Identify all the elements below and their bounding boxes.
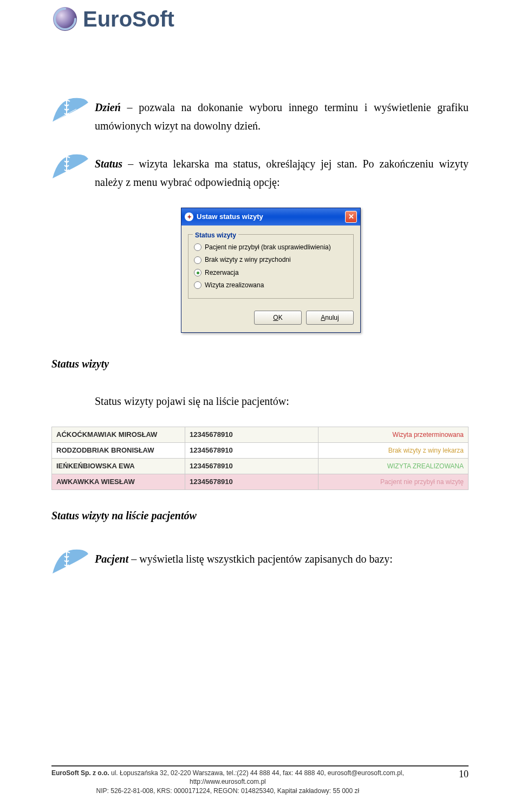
radio-option[interactable]: Pacjent nie przybył (brak usprawiedliwie… bbox=[194, 242, 348, 253]
table-row: AĆKOĆKMAWIAK MIROSŁAW12345678910Wizyta p… bbox=[52, 427, 469, 443]
patient-status: Brak wizyty z winy lekarza bbox=[318, 443, 469, 459]
patient-pesel: 12345678910 bbox=[185, 427, 318, 443]
patient-status: Wizyta przeterminowana bbox=[318, 427, 469, 443]
cancel-button[interactable]: Anuluj bbox=[306, 311, 354, 325]
brand-name: EuroSoft bbox=[83, 7, 174, 31]
radio-label: Wizyta zrealizowana bbox=[205, 280, 264, 291]
patient-name: AĆKOĆKMAWIAK MIROSŁAW bbox=[52, 427, 185, 443]
patient-pesel: 12345678910 bbox=[185, 474, 318, 490]
term-status: Status bbox=[95, 158, 122, 170]
paragraph-status: Status – wizyta lekarska ma status, okre… bbox=[51, 151, 469, 191]
footer-url: http://www.eurosoft.com.pl bbox=[51, 777, 404, 787]
patient-status: Pacjent nie przybył na wizytę bbox=[318, 474, 469, 490]
radio-label: Rezerwacja bbox=[205, 267, 239, 278]
svg-point-0 bbox=[53, 7, 77, 31]
brand-logo: EuroSoft bbox=[51, 5, 469, 33]
table-row: AWKAWKKA WIESŁAW12345678910Pacjent nie p… bbox=[52, 474, 469, 490]
patient-name: RODZODBRIAK BRONISŁAW bbox=[52, 443, 185, 459]
radio-label: Pacjent nie przybył (brak usprawiedliwie… bbox=[205, 242, 331, 253]
status-dialog: ✦ Ustaw status wizyty ✕ Status wizyty Pa… bbox=[181, 208, 361, 333]
page-header: EuroSoft bbox=[51, 0, 469, 49]
radio-icon[interactable] bbox=[194, 256, 202, 264]
patient-pesel: 12345678910 bbox=[185, 443, 318, 459]
paragraph-dzien-text: Dzień – pozwala na dokonanie wyboru inne… bbox=[95, 95, 469, 135]
page-footer: EuroSoft Sp. z o.o. ul. Łopuszańska 32, … bbox=[51, 765, 469, 796]
table-row: RODZODBRIAK BRONISŁAW12345678910Brak wiz… bbox=[52, 443, 469, 459]
radio-option[interactable]: Brak wizyty z winy przychodni bbox=[194, 254, 348, 265]
status-group: Status wizyty Pacjent nie przybył (brak … bbox=[188, 234, 354, 299]
radio-icon[interactable] bbox=[194, 281, 202, 289]
radio-option[interactable]: Rezerwacja bbox=[194, 267, 348, 278]
group-legend: Status wizyty bbox=[193, 230, 238, 241]
radio-label: Brak wizyty z winy przychodni bbox=[205, 254, 291, 265]
ok-button[interactable]: OK bbox=[254, 311, 302, 325]
caption-status-list: Status wizyty na liście pacjentów bbox=[51, 506, 469, 525]
brand-mark-icon bbox=[51, 5, 79, 33]
medical-icon bbox=[51, 95, 89, 133]
patient-name: AWKAWKKA WIESŁAW bbox=[52, 474, 185, 490]
medical-icon bbox=[51, 151, 89, 189]
paragraph-pacjent: Pacjent – wyświetla listę wszystkich pac… bbox=[51, 546, 469, 584]
patient-status-table: AĆKOĆKMAWIAK MIROSŁAW12345678910Wizyta p… bbox=[51, 427, 469, 490]
patient-pesel: 12345678910 bbox=[185, 459, 318, 474]
term-dzien: Dzień bbox=[95, 101, 121, 113]
dialog-titlebar: ✦ Ustaw status wizyty ✕ bbox=[181, 208, 360, 225]
paragraph-status-text: Status – wizyta lekarska ma status, okre… bbox=[95, 151, 469, 191]
patient-name: IEŃKEŃBIOWSKA EWA bbox=[52, 459, 185, 474]
table-row: IEŃKEŃBIOWSKA EWA12345678910WIZYTA ZREAL… bbox=[52, 459, 469, 474]
footer-legal: NIP: 526-22-81-008, KRS: 0000171224, REG… bbox=[51, 787, 404, 796]
caption-status-wizyty: Status wizyty bbox=[51, 355, 469, 373]
radio-icon[interactable] bbox=[194, 269, 202, 276]
dialog-title: Ustaw status wizyty bbox=[197, 211, 263, 223]
dialog-app-icon: ✦ bbox=[185, 212, 193, 221]
page-number: 10 bbox=[459, 769, 469, 780]
radio-icon[interactable] bbox=[194, 243, 202, 251]
desc-status-list: Status wizyty pojawi się na liście pacje… bbox=[95, 392, 469, 410]
close-icon[interactable]: ✕ bbox=[345, 211, 357, 223]
radio-option[interactable]: Wizyta zrealizowana bbox=[194, 280, 348, 291]
footer-company: EuroSoft Sp. z o.o. bbox=[51, 769, 109, 777]
patient-status: WIZYTA ZREALIZOWANA bbox=[318, 459, 469, 474]
paragraph-pacjent-text: Pacjent – wyświetla listę wszystkich pac… bbox=[95, 546, 469, 568]
paragraph-dzien: Dzień – pozwala na dokonanie wyboru inne… bbox=[51, 95, 469, 135]
medical-icon bbox=[51, 546, 89, 584]
term-pacjent: Pacjent bbox=[95, 553, 128, 565]
